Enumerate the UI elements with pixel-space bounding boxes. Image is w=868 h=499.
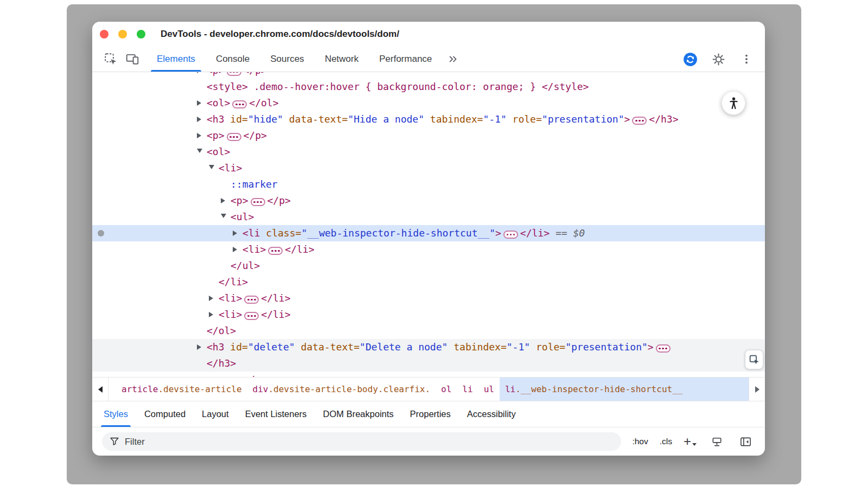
disclosure-triangle[interactable]: [197, 72, 207, 79]
inspect-element-icon: [104, 52, 118, 66]
close-window-button[interactable]: [100, 30, 108, 39]
breadcrumb-item[interactable]: li: [457, 378, 478, 401]
dom-tree-row[interactable]: <ol></ol>: [92, 95, 765, 111]
breadcrumb-item[interactable]: ol: [436, 378, 457, 401]
expand-children-button[interactable]: [244, 312, 259, 320]
expand-children-button[interactable]: [227, 72, 241, 76]
dom-tree-row[interactable]: </ol>: [92, 323, 765, 339]
breadcrumb-scroll-right-button[interactable]: [749, 378, 765, 401]
disclosure-triangle[interactable]: [197, 111, 207, 127]
dom-tree-row[interactable]: <p></p>: [92, 72, 765, 79]
toggle-sidebar-button[interactable]: [737, 433, 754, 450]
toggle-class-button[interactable]: .cls: [660, 437, 672, 446]
toggle-pseudo-state-button[interactable]: :hov: [632, 437, 648, 446]
expand-children-button[interactable]: [232, 100, 247, 108]
tab-properties[interactable]: Properties: [402, 401, 459, 427]
zoom-window-button[interactable]: [137, 30, 145, 39]
stamp-icon: [711, 436, 723, 448]
dom-tree-row[interactable]: <p></p>: [92, 372, 765, 377]
disclosure-triangle[interactable]: [209, 306, 219, 323]
dom-tree-row[interactable]: <p></p>: [92, 127, 765, 144]
breadcrumb-item[interactable]: div.devsite-article-body.clearfix.: [247, 378, 436, 401]
disclosure-triangle[interactable]: [197, 372, 207, 377]
dom-tree-row[interactable]: <li class="__web-inspector-hide-shortcut…: [92, 225, 765, 241]
style-filter-input[interactable]: [125, 437, 614, 447]
tab-accessibility[interactable]: Accessibility: [459, 401, 524, 427]
code-tag: </p>: [244, 72, 267, 76]
sync-button[interactable]: [679, 48, 701, 70]
dom-tree-row[interactable]: <ul>: [92, 209, 765, 225]
kebab-menu-button[interactable]: [736, 48, 757, 70]
dom-tree-row[interactable]: <li>: [92, 160, 765, 176]
dom-tree-row[interactable]: <p></p>: [92, 193, 765, 209]
expand-children-button[interactable]: [656, 344, 671, 353]
tab-styles[interactable]: Styles: [95, 401, 136, 427]
stamp-button[interactable]: [708, 433, 725, 450]
inspect-element-button[interactable]: [100, 48, 122, 70]
breadcrumb-item[interactable]: li.__web-inspector-hide-shortcut__: [500, 378, 749, 401]
ellipsis-dot: [275, 250, 277, 252]
minimize-window-button[interactable]: [118, 30, 127, 39]
expand-children-button[interactable]: [632, 117, 647, 125]
dom-tree-row[interactable]: <li></li>: [92, 306, 765, 323]
tab-layout[interactable]: Layout: [194, 401, 237, 427]
tab-console[interactable]: Console: [206, 47, 260, 72]
crumb-cls: .devsite-article-body.clearfix.: [268, 384, 430, 394]
accessibility-overlay-button[interactable]: [722, 91, 745, 115]
dom-tree-row[interactable]: </ul>: [92, 258, 765, 274]
device-toolbar-button[interactable]: [122, 48, 143, 70]
ellipsis-dot: [662, 348, 664, 350]
code-plain: [530, 341, 536, 353]
disclosure-triangle[interactable]: [221, 209, 231, 225]
dom-tree-row[interactable]: <li></li>: [92, 290, 765, 306]
tab-sources[interactable]: Sources: [260, 47, 314, 72]
breadcrumb-item[interactable]: article.devsite-article: [116, 378, 247, 401]
code-attr: id=: [230, 113, 248, 125]
expand-children-button[interactable]: [244, 296, 259, 304]
code-tag: </h3>: [207, 357, 236, 369]
ellipsis-dot: [239, 104, 241, 106]
element-picker-button[interactable]: [745, 350, 763, 369]
styles-panel-tabs: StylesComputedLayoutEvent ListenersDOM B…: [92, 401, 765, 427]
ellipsis-dot: [254, 299, 256, 301]
disclosure-triangle[interactable]: [221, 193, 231, 209]
expand-children-button[interactable]: [251, 198, 265, 206]
dom-tree-row[interactable]: <li></li>: [92, 241, 765, 258]
disclosure-triangle[interactable]: [197, 127, 207, 144]
disclosure-triangle[interactable]: [197, 144, 207, 160]
tab-performance[interactable]: Performance: [369, 47, 442, 72]
dom-tree-row[interactable]: </li>: [92, 274, 765, 290]
code-tag: </p>: [244, 374, 267, 377]
disclosure-triangle[interactable]: [197, 95, 207, 111]
tab-dom-breakpoints[interactable]: DOM Breakpoints: [315, 401, 401, 427]
style-filter-field[interactable]: [102, 432, 621, 451]
dom-tree-row[interactable]: <style> .demo--hover:hover { background-…: [92, 79, 765, 95]
settings-button[interactable]: [707, 48, 729, 70]
code-val: "presentation": [542, 113, 624, 125]
crumb-tag: li: [462, 384, 473, 394]
more-tabs-button[interactable]: [442, 48, 464, 70]
new-style-rule-button[interactable]: +: [684, 436, 697, 447]
breadcrumb-item[interactable]: ul: [478, 378, 500, 401]
expand-children-button[interactable]: [268, 247, 283, 255]
tab-event-listeners[interactable]: Event Listeners: [237, 401, 315, 427]
disclosure-triangle[interactable]: [233, 241, 242, 258]
tab-elements[interactable]: Elements: [146, 47, 206, 72]
dom-tree-row[interactable]: <h3 id="hide" data-text="Hide a node" ta…: [92, 111, 765, 127]
dom-tree-row[interactable]: <h3 id="delete" data-text="Delete a node…: [92, 339, 765, 355]
expand-children-button[interactable]: [503, 231, 518, 239]
disclosure-triangle[interactable]: [209, 290, 219, 306]
expand-children-button[interactable]: [227, 133, 241, 141]
disclosure-triangle[interactable]: [233, 225, 242, 241]
breadcrumb-scroll-left-button[interactable]: [92, 378, 108, 401]
dom-tree-row[interactable]: </h3>: [92, 355, 765, 372]
code-tag: </p>: [244, 130, 267, 141]
disclosure-triangle[interactable]: [209, 160, 219, 176]
code-attr: tabindex=: [454, 341, 507, 353]
tab-network[interactable]: Network: [315, 47, 369, 72]
tab-computed[interactable]: Computed: [136, 401, 194, 427]
ellipsis-dot: [233, 136, 235, 138]
dom-tree-row[interactable]: ::marker: [92, 176, 765, 193]
disclosure-triangle[interactable]: [197, 339, 207, 355]
dom-tree-row[interactable]: <ol>: [92, 144, 765, 160]
